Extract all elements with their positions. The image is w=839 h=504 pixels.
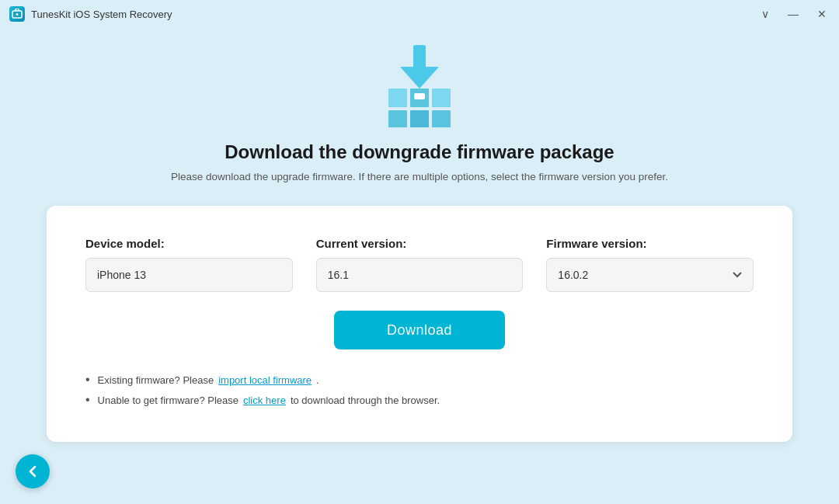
svg-rect-8 — [410, 110, 429, 127]
title-bar-left: TunesKit iOS System Recovery — [9, 6, 172, 22]
svg-point-1 — [16, 13, 19, 16]
firmware-version-label: Firmware version: — [546, 237, 754, 250]
unable-to-get-row: • Unable to get firmware? Please click h… — [85, 393, 754, 407]
svg-rect-4 — [388, 89, 407, 107]
firmware-icon — [385, 43, 454, 129]
maximize-button[interactable]: ∨ — [758, 6, 772, 22]
existing-firmware-row: • Existing firmware? Please import local… — [85, 373, 754, 387]
firmware-version-select[interactable]: 16.0.2 16.0.1 16.0 15.7 — [546, 258, 754, 292]
device-model-field: Device model: — [85, 237, 293, 292]
bullet-2: • — [85, 393, 90, 407]
current-version-input[interactable] — [316, 258, 524, 292]
svg-rect-7 — [388, 110, 407, 127]
device-model-label: Device model: — [85, 237, 293, 250]
existing-firmware-text: Existing firmware? Please — [98, 374, 214, 386]
page-subheading: Please download the upgrade firmware. If… — [171, 171, 668, 182]
click-here-link[interactable]: click here — [243, 395, 286, 406]
info-links: • Existing firmware? Please import local… — [85, 373, 754, 407]
app-icon — [9, 6, 25, 22]
svg-marker-3 — [400, 67, 439, 89]
current-version-label: Current version: — [316, 237, 524, 250]
firmware-version-field: Firmware version: 16.0.2 16.0.1 16.0 15.… — [546, 237, 754, 292]
download-button[interactable]: Download — [334, 311, 505, 349]
form-row: Device model: Current version: Firmware … — [85, 237, 754, 292]
main-content: Download the downgrade firmware package … — [0, 28, 839, 457]
close-button[interactable]: ✕ — [814, 6, 830, 22]
device-model-input[interactable] — [85, 258, 293, 292]
svg-rect-10 — [414, 93, 425, 99]
back-button[interactable] — [16, 454, 50, 488]
form-card: Device model: Current version: Firmware … — [47, 206, 792, 442]
app-title: TunesKit iOS System Recovery — [31, 9, 172, 20]
bullet-1: • — [85, 373, 90, 387]
svg-rect-9 — [432, 110, 451, 127]
svg-rect-2 — [413, 45, 426, 68]
download-btn-row: Download — [85, 311, 754, 349]
svg-rect-6 — [432, 89, 451, 107]
unable-to-get-text-after: to download through the browser. — [291, 395, 440, 406]
firmware-icon-container — [385, 43, 454, 129]
existing-firmware-text-after: . — [316, 374, 319, 386]
minimize-button[interactable]: — — [785, 6, 802, 22]
title-bar: TunesKit iOS System Recovery ∨ — ✕ — [0, 0, 839, 28]
title-bar-controls: ∨ — ✕ — [758, 6, 830, 22]
current-version-field: Current version: — [316, 237, 524, 292]
unable-to-get-text: Unable to get firmware? Please — [98, 395, 238, 406]
page-heading: Download the downgrade firmware package — [225, 141, 614, 163]
import-local-firmware-link[interactable]: import local firmware — [218, 374, 312, 386]
